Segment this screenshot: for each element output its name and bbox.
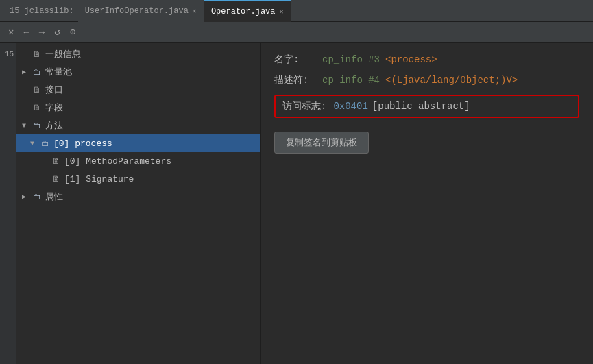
tree-item-process[interactable]: ▼ 🗀 [0] process [16, 134, 260, 152]
arrow-process: ▼ [30, 140, 38, 147]
file-icon-methodparams: 🗎 [52, 156, 60, 167]
tree-item-fields[interactable]: 🗎 字段 [16, 99, 260, 117]
copy-btn-container: 复制签名到剪贴板 [274, 129, 579, 154]
tree-item-methodparams[interactable]: 🗎 [0] MethodParameters [16, 152, 260, 170]
name-value-container: cp_info #3 <process> [322, 54, 437, 65]
file-icon-fields: 🗎 [33, 103, 41, 113]
main-content: 🗎 一般信息 ▶ 🗀 常量池 🗎 接口 🗎 字段 ▼ 🗀 方法 [0, 43, 593, 364]
file-icon-signature: 🗎 [52, 174, 60, 184]
forward-button[interactable]: → [36, 25, 47, 39]
tab-userinfooperator[interactable]: UserInfoOperator.java ✕ [78, 0, 204, 22]
tree-item-methods[interactable]: ▼ 🗀 方法 [16, 117, 260, 134]
label-methods: 方法 [45, 119, 63, 132]
line-number-gutter: 15 [0, 43, 16, 364]
name-cpvalue: <process> [385, 54, 437, 65]
label-process: [0] process [53, 138, 112, 149]
file-icon-general-info: 🗎 [33, 49, 41, 60]
name-row: 名字: cp_info #3 <process> [274, 53, 579, 66]
arrow-attributes: ▶ [22, 193, 30, 201]
desc-row: 描述符: cp_info #4 <(Ljava/lang/Object;)V> [274, 74, 579, 86]
detail-panel: 名字: cp_info #3 <process> 描述符: cp_info #4… [261, 43, 593, 364]
access-hex: 0x0401 [333, 101, 367, 112]
folder-icon-attributes: 🗀 [33, 192, 41, 202]
tab-operator[interactable]: Operator.java ✕ [204, 0, 291, 22]
tab-label-userinfooperator: UserInfoOperator.java [85, 6, 189, 16]
tab-close-userinfooperator[interactable]: ✕ [193, 7, 197, 15]
name-cpref: cp_info #3 [322, 54, 380, 65]
tab-prefix: 15 jclasslib: [5, 6, 78, 16]
toolbar: ✕ ← → ↺ ⊕ [0, 22, 593, 43]
label-attributes: 属性 [45, 191, 63, 203]
tab-close-operator[interactable]: ✕ [280, 8, 284, 16]
back-button[interactable]: ← [21, 25, 32, 39]
browser-button[interactable]: ⊕ [67, 25, 78, 39]
desc-cpvalue: <(Ljava/lang/Object;)V> [385, 75, 518, 86]
label-signature: [1] Signature [64, 174, 134, 184]
line-num-1: 15 [5, 45, 16, 63]
label-general-info: 一般信息 [45, 48, 81, 60]
arrow-constants: ▶ [22, 68, 30, 76]
label-constants: 常量池 [45, 66, 72, 78]
desc-value-container: cp_info #4 <(Ljava/lang/Object;)V> [322, 75, 518, 86]
folder-icon-constants: 🗀 [33, 67, 41, 77]
folder-icon-methods: 🗀 [33, 121, 41, 131]
desc-cpref: cp_info #4 [322, 75, 380, 86]
tab-bar: 15 jclasslib: UserInfoOperator.java ✕ Op… [0, 0, 593, 22]
name-label: 名字: [274, 53, 315, 66]
tree-item-general-info[interactable]: 🗎 一般信息 [16, 45, 260, 63]
tree-item-attributes[interactable]: ▶ 🗀 属性 [16, 188, 260, 206]
tree-panel: 🗎 一般信息 ▶ 🗀 常量池 🗎 接口 🗎 字段 ▼ 🗀 方法 [16, 43, 261, 364]
label-methodparams: [0] MethodParameters [64, 156, 171, 167]
refresh-button[interactable]: ↺ [51, 25, 62, 39]
label-interfaces: 接口 [45, 84, 63, 96]
copy-signature-button[interactable]: 复制签名到剪贴板 [274, 132, 369, 154]
arrow-methods: ▼ [22, 122, 30, 130]
desc-label: 描述符: [274, 74, 315, 86]
file-icon-interfaces: 🗎 [33, 85, 41, 95]
tree-item-interfaces[interactable]: 🗎 接口 [16, 81, 260, 99]
tab-label-operator: Operator.java [211, 7, 276, 16]
close-button[interactable]: ✕ [5, 25, 16, 39]
tree-item-constants[interactable]: ▶ 🗀 常量池 [16, 63, 260, 81]
label-fields: 字段 [45, 101, 63, 114]
access-label: 访问标志: [282, 100, 326, 112]
access-text: [public abstract] [372, 101, 470, 112]
tree-item-signature[interactable]: 🗎 [1] Signature [16, 170, 260, 188]
access-flags-row: 访问标志: 0x0401 [public abstract] [274, 95, 579, 118]
folder-icon-process: 🗀 [41, 138, 49, 149]
